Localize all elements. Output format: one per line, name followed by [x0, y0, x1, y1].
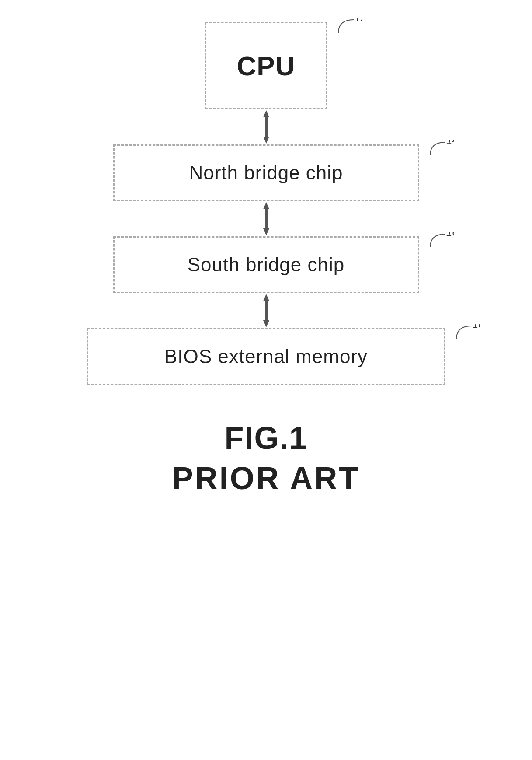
- svg-marker-5: [263, 202, 269, 209]
- bios-wrapper: BIOS external memory 18: [0, 328, 532, 385]
- cpu-block: CPU: [205, 22, 327, 109]
- ref-label-16: 16: [428, 232, 454, 252]
- svg-rect-6: [265, 209, 268, 228]
- figure-number: FIG.1: [172, 420, 360, 456]
- arrow-2-container: [255, 201, 277, 236]
- figure-caption: PRIOR ART: [172, 460, 360, 496]
- svg-rect-2: [265, 117, 268, 137]
- ref-curve-14: 14: [428, 140, 454, 158]
- cpu-block-with-label: CPU 12: [205, 22, 327, 109]
- ref-label-18: 18: [454, 324, 480, 344]
- arrow-1-container: [255, 109, 277, 144]
- svg-marker-1: [263, 110, 269, 117]
- ref-label-12: 12: [336, 18, 362, 38]
- south-bridge-with-label: South bridge chip 16: [113, 236, 419, 293]
- north-bridge-block: North bridge chip: [113, 144, 419, 201]
- svg-rect-10: [265, 301, 268, 320]
- bidirectional-arrow-1: [255, 109, 277, 144]
- bidirectional-arrow-3: [255, 293, 277, 328]
- north-bridge-with-label: North bridge chip 14: [113, 144, 419, 201]
- cpu-block-wrapper: CPU 12: [0, 22, 532, 109]
- bios-block: BIOS external memory: [87, 328, 445, 385]
- south-bridge-block: South bridge chip: [113, 236, 419, 293]
- ref-curve-18: 18: [454, 324, 480, 341]
- figure-label: FIG.1 PRIOR ART: [172, 420, 360, 496]
- svg-text:14: 14: [446, 140, 454, 146]
- north-bridge-label: North bridge chip: [189, 162, 343, 184]
- svg-marker-9: [263, 294, 269, 301]
- svg-marker-3: [263, 137, 269, 144]
- south-bridge-label: South bridge chip: [188, 254, 344, 276]
- ref-label-14: 14: [428, 140, 454, 161]
- svg-text:12: 12: [355, 18, 362, 24]
- ref-curve-16: 16: [428, 232, 454, 249]
- diagram-container: CPU 12 North bridge chip: [0, 0, 532, 760]
- north-bridge-wrapper: North bridge chip 14: [0, 144, 532, 201]
- svg-text:16: 16: [446, 232, 454, 238]
- bios-label: BIOS external memory: [164, 346, 368, 368]
- bios-with-label: BIOS external memory 18: [87, 328, 445, 385]
- svg-marker-7: [263, 228, 269, 235]
- svg-text:18: 18: [473, 324, 480, 330]
- south-bridge-wrapper: South bridge chip 16: [0, 236, 532, 293]
- bidirectional-arrow-2: [255, 201, 277, 236]
- ref-curve-12: 12: [336, 18, 362, 35]
- cpu-label: CPU: [237, 50, 296, 81]
- arrow-3-container: [255, 293, 277, 328]
- svg-marker-11: [263, 320, 269, 327]
